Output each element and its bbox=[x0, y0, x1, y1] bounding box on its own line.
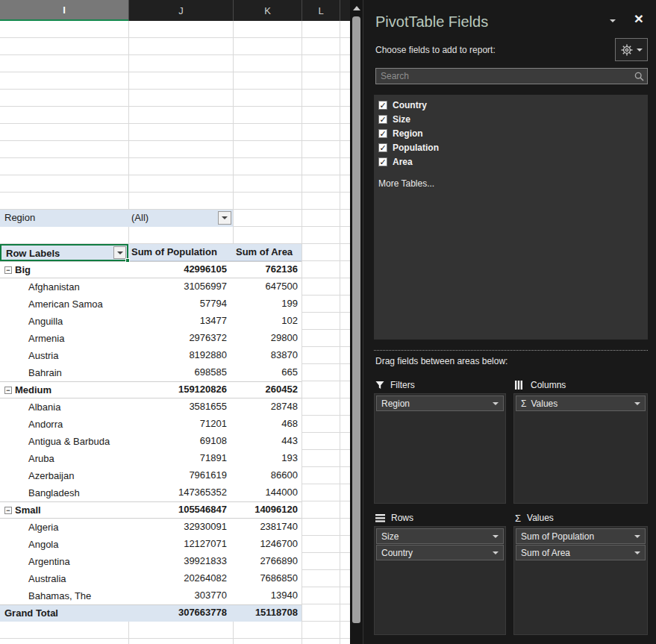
pivot-area-cell[interactable]: 260452 bbox=[233, 381, 302, 398]
pivot-area-cell[interactable]: 2766890 bbox=[233, 553, 302, 570]
pivot-row-label[interactable]: − Bahrain bbox=[0, 364, 128, 381]
pivot-area-cell[interactable]: 28748 bbox=[233, 398, 302, 416]
tools-button[interactable] bbox=[615, 38, 648, 61]
pivot-row-label[interactable]: − Medium bbox=[0, 381, 128, 398]
pivot-population-cell[interactable]: 3581655 bbox=[128, 398, 233, 416]
selection-fill-handle[interactable] bbox=[125, 258, 130, 263]
collapse-icon[interactable]: − bbox=[4, 507, 12, 514]
pivot-row-label[interactable]: − Aruba bbox=[0, 450, 128, 467]
pivot-population-cell[interactable]: 7961619 bbox=[128, 467, 233, 484]
field-list-item[interactable]: ✓ Population bbox=[374, 140, 648, 154]
pivot-area-cell[interactable]: 86600 bbox=[233, 467, 302, 484]
field-pill[interactable]: Σ Country bbox=[376, 545, 504, 560]
pivot-row-label[interactable]: − Anguilla bbox=[0, 313, 128, 330]
field-list-item[interactable]: ✓ Size bbox=[374, 112, 648, 126]
pivot-row-label[interactable]: − Small bbox=[0, 501, 128, 519]
filters-drop-zone[interactable]: Σ Region bbox=[374, 393, 506, 504]
pivot-row-label[interactable]: − Big bbox=[0, 261, 128, 278]
pivot-row[interactable]: − Antigua & Barbuda 69108 443 bbox=[0, 433, 302, 450]
pivot-row-label[interactable]: − Andorra bbox=[0, 416, 128, 433]
search-input[interactable] bbox=[376, 71, 631, 81]
pivot-row[interactable]: − Medium 159120826 260452 bbox=[0, 381, 302, 398]
pivot-population-cell[interactable]: 31056997 bbox=[128, 278, 233, 296]
pivot-row[interactable]: − Australia 20264082 7686850 bbox=[0, 570, 302, 587]
columns-drop-zone[interactable]: Σ Values bbox=[513, 393, 648, 504]
pivot-population-cell[interactable]: 12127071 bbox=[128, 536, 233, 553]
chevron-down-icon[interactable] bbox=[634, 535, 640, 538]
scroll-up-button[interactable] bbox=[350, 1, 363, 15]
pivot-area-cell[interactable]: 83870 bbox=[233, 347, 302, 364]
pivot-area-cell[interactable]: 199 bbox=[233, 296, 302, 313]
pivot-row[interactable]: − Aruba 71891 193 bbox=[0, 450, 302, 467]
population-header-cell[interactable]: Sum of Population bbox=[128, 244, 233, 261]
pivot-row[interactable]: − American Samoa 57794 199 bbox=[0, 296, 302, 313]
chevron-down-icon[interactable] bbox=[634, 551, 640, 554]
field-pill[interactable]: Σ Sum of Area bbox=[516, 545, 646, 560]
pivot-population-cell[interactable]: 105546847 bbox=[128, 501, 233, 519]
pivot-population-cell[interactable]: 69108 bbox=[128, 433, 233, 450]
pivot-population-cell[interactable]: 71201 bbox=[128, 416, 233, 433]
chevron-down-icon[interactable] bbox=[493, 535, 499, 538]
pivot-row[interactable]: − Small 105546847 14096120 bbox=[0, 501, 302, 519]
pivot-population-cell[interactable]: 57794 bbox=[128, 296, 233, 313]
pivot-area-cell[interactable]: 13940 bbox=[233, 587, 302, 604]
field-search[interactable] bbox=[375, 68, 648, 84]
field-list-item[interactable]: ✓ Area bbox=[374, 154, 648, 169]
filter-dropdown-button[interactable] bbox=[218, 211, 231, 225]
pivot-row-label[interactable]: − Antigua & Barbuda bbox=[0, 433, 128, 450]
scrollbar-thumb[interactable] bbox=[352, 16, 360, 623]
chevron-down-icon[interactable] bbox=[493, 402, 499, 405]
pivot-area-cell[interactable]: 102 bbox=[233, 313, 302, 330]
pivot-row-label[interactable]: − Armenia bbox=[0, 330, 128, 347]
pivot-area-cell[interactable]: 144000 bbox=[233, 484, 302, 501]
column-header-k[interactable]: K bbox=[233, 0, 302, 21]
chevron-down-icon[interactable] bbox=[493, 551, 499, 554]
pivot-row-label[interactable]: − Bangladesh bbox=[0, 484, 128, 501]
pivot-area-cell[interactable]: 29800 bbox=[233, 330, 302, 347]
pivot-area-cell[interactable]: 7686850 bbox=[233, 570, 302, 587]
pane-close-button[interactable]: × bbox=[631, 10, 647, 27]
pivot-row-label[interactable]: − Australia bbox=[0, 570, 128, 587]
pivot-population-cell[interactable]: 32930091 bbox=[128, 519, 233, 536]
pivot-row[interactable]: − Argentina 39921833 2766890 bbox=[0, 553, 302, 570]
field-checkbox[interactable]: ✓ bbox=[378, 101, 387, 110]
field-checkbox[interactable]: ✓ bbox=[378, 143, 387, 152]
pivot-row-label[interactable]: − Afghanistan bbox=[0, 278, 128, 296]
pivot-filter-field[interactable]: Region bbox=[0, 210, 128, 227]
field-pill[interactable]: Σ Size bbox=[376, 528, 504, 544]
area-header-cell[interactable]: Sum of Area bbox=[233, 244, 302, 261]
pivot-row[interactable]: − Algeria 32930091 2381740 bbox=[0, 519, 302, 536]
collapse-icon[interactable]: − bbox=[4, 266, 12, 274]
pivot-row[interactable]: − Afghanistan 31056997 647500 bbox=[0, 278, 302, 296]
pivot-row-label[interactable]: − Grand Total bbox=[0, 604, 128, 622]
pivot-row-label[interactable]: − Azerbaijan bbox=[0, 467, 128, 484]
pivot-row[interactable]: − Bahrain 698585 665 bbox=[0, 364, 302, 381]
more-tables-link[interactable]: More Tables... bbox=[374, 178, 648, 189]
pivot-row[interactable]: − Angola 12127071 1246700 bbox=[0, 536, 302, 553]
pivot-population-cell[interactable]: 13477 bbox=[128, 313, 233, 330]
pivot-row[interactable]: − Anguilla 13477 102 bbox=[0, 313, 302, 330]
collapse-icon[interactable]: − bbox=[4, 387, 12, 394]
column-header-l[interactable]: L bbox=[302, 0, 340, 21]
pivot-population-cell[interactable]: 71891 bbox=[128, 450, 233, 467]
pivot-population-cell[interactable]: 2976372 bbox=[128, 330, 233, 347]
column-header-j[interactable]: J bbox=[128, 0, 233, 21]
pivot-row[interactable]: − Austria 8192880 83870 bbox=[0, 347, 302, 364]
pivot-area-cell[interactable]: 14096120 bbox=[233, 501, 302, 519]
pivot-area-cell[interactable]: 468 bbox=[233, 416, 302, 433]
pivot-row[interactable]: − Armenia 2976372 29800 bbox=[0, 330, 302, 347]
field-pill[interactable]: Σ Region bbox=[376, 396, 504, 411]
pivot-row[interactable]: − Albania 3581655 28748 bbox=[0, 398, 302, 416]
pivot-area-cell[interactable]: 443 bbox=[233, 433, 302, 450]
pivot-row[interactable]: − Andorra 71201 468 bbox=[0, 416, 302, 433]
values-drop-zone[interactable]: Σ Sum of Population Σ Sum of Area bbox=[513, 526, 648, 635]
field-list-item[interactable]: ✓ Region bbox=[374, 126, 648, 140]
pivot-row-label[interactable]: − American Samoa bbox=[0, 296, 128, 313]
field-checkbox[interactable]: ✓ bbox=[378, 115, 387, 124]
pane-options-button[interactable] bbox=[606, 19, 619, 30]
chevron-down-icon[interactable] bbox=[634, 402, 640, 405]
pivot-population-cell[interactable]: 20264082 bbox=[128, 570, 233, 587]
pivot-area-cell[interactable]: 193 bbox=[233, 450, 302, 467]
pivot-row[interactable]: − Big 42996105 762136 bbox=[0, 261, 302, 278]
pivot-population-cell[interactable]: 39921833 bbox=[128, 553, 233, 570]
